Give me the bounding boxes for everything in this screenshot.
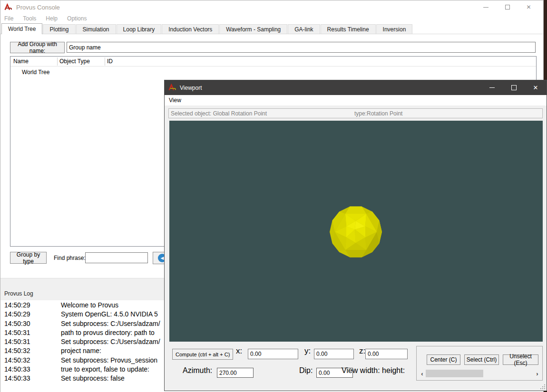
- menu-help[interactable]: Help: [46, 14, 62, 23]
- log-time: 14:50:31: [4, 329, 30, 336]
- menu-options[interactable]: Options: [67, 14, 91, 23]
- viewport-titlebar[interactable]: Viewport ✕: [165, 80, 547, 95]
- scrollbar-track[interactable]: [426, 370, 534, 377]
- tab-simulation[interactable]: Simulation: [76, 24, 116, 34]
- close-button[interactable]: ✕: [525, 80, 547, 95]
- log-message: Set subprocess: C:/Users/adzam/: [61, 338, 160, 345]
- y-input[interactable]: [314, 349, 354, 359]
- horizontal-scrollbar[interactable]: ‹ ›: [419, 370, 541, 377]
- selected-type-label: type:Rotation Point: [354, 110, 402, 117]
- log-message: Welcome to Provus: [61, 301, 118, 309]
- find-phrase-input[interactable]: [85, 252, 148, 263]
- close-button[interactable]: ✕: [518, 0, 539, 14]
- log-message: true to export, false to update:: [61, 365, 149, 373]
- log-message: Set subprocess: C:/Users/adzam/: [61, 320, 160, 327]
- log-time: 14:50:32: [4, 356, 30, 364]
- center-button[interactable]: Center (C): [427, 354, 460, 365]
- log-message: Set subprocess: Provus_session: [61, 356, 157, 364]
- tab-results-timeline[interactable]: Results Timeline: [321, 24, 376, 34]
- column-divider[interactable]: [57, 57, 58, 66]
- main-titlebar[interactable]: Provus Console ✕: [0, 0, 543, 14]
- minimize-icon: [483, 7, 488, 8]
- close-icon: ✕: [526, 4, 531, 10]
- sphere-object[interactable]: [329, 205, 383, 259]
- scroll-right-icon[interactable]: ›: [534, 370, 541, 377]
- log-time: 14:50:33: [4, 374, 30, 382]
- log-message: Set subprocess: false: [61, 374, 125, 382]
- view-width-height-label: View width: height:: [342, 366, 405, 375]
- maximize-button[interactable]: [497, 0, 518, 14]
- find-phrase-label: Find phrase:: [54, 255, 86, 261]
- azimuth-input[interactable]: [217, 368, 254, 378]
- log-time: 14:50:29: [4, 301, 30, 309]
- minimize-icon: [489, 87, 495, 88]
- add-group-button[interactable]: Add Group with name:: [10, 42, 65, 53]
- log-time: 14:50:31: [4, 338, 30, 345]
- tree-header-row: Name Object Type ID: [10, 57, 536, 67]
- y-label: y:: [304, 346, 311, 356]
- menu-file[interactable]: File: [4, 14, 18, 23]
- log-title: Provus Log: [4, 290, 33, 297]
- column-divider[interactable]: [105, 57, 105, 66]
- column-header-object-type[interactable]: Object Type: [59, 58, 90, 65]
- maximize-button[interactable]: [503, 80, 525, 95]
- group-by-type-button[interactable]: Group by type: [10, 252, 47, 264]
- dip-label: Dip:: [299, 366, 313, 375]
- view-controls-groupbox: Center (C) Select (Ctrl) Unselect (Esc) …: [416, 346, 543, 381]
- z-input[interactable]: [365, 349, 408, 359]
- group-name-input[interactable]: [67, 42, 536, 53]
- log-message: project name:: [61, 347, 101, 354]
- z-label: z:: [359, 346, 365, 356]
- log-message: System OpenGL: 4.5.0 NVIDIA 5: [61, 310, 158, 318]
- provus-logo-icon: [4, 3, 12, 11]
- tab-plotting[interactable]: Plotting: [43, 24, 75, 34]
- log-message: path to provus directory: path to: [61, 329, 155, 336]
- tree-item-world-tree[interactable]: World Tree: [22, 69, 49, 76]
- window-title: Viewport: [180, 85, 202, 91]
- tab-waveform-sampling[interactable]: Waveform - Sampling: [219, 24, 287, 34]
- log-time: 14:50:29: [4, 310, 30, 318]
- column-header-id[interactable]: ID: [107, 58, 113, 65]
- column-header-name[interactable]: Name: [13, 58, 29, 65]
- x-label: x:: [236, 346, 242, 356]
- scrollbar-thumb[interactable]: [426, 370, 483, 377]
- main-menubar: File Tools Help Options: [0, 14, 543, 23]
- maximize-icon: [511, 85, 517, 90]
- compute-button[interactable]: Compute (ctrl + alt + C): [172, 349, 233, 360]
- menu-view[interactable]: View: [165, 97, 181, 104]
- minimize-button[interactable]: [481, 80, 503, 95]
- selection-status-bar: Selected object: Global Rotation Point t…: [168, 108, 543, 118]
- tab-ga-link[interactable]: GA-link: [288, 24, 320, 34]
- main-tabbar: World Tree Plotting Simulation Loop Libr…: [0, 23, 543, 34]
- unselect-button[interactable]: Unselect (Esc): [503, 354, 538, 365]
- minimize-button[interactable]: [475, 0, 497, 14]
- window-title: Provus Console: [16, 4, 60, 11]
- selected-object-label: Selected object: Global Rotation Point: [171, 110, 267, 117]
- viewport-menubar: View: [165, 95, 547, 105]
- maximize-icon: [505, 5, 510, 10]
- tab-induction-vectors[interactable]: Induction Vectors: [162, 24, 219, 34]
- select-button[interactable]: Select (Ctrl): [464, 354, 499, 365]
- log-time: 14:50:30: [4, 320, 30, 327]
- x-input[interactable]: [248, 349, 298, 359]
- tab-loop-library[interactable]: Loop Library: [117, 24, 162, 34]
- log-time: 14:50:32: [4, 347, 30, 354]
- 3d-viewport-canvas[interactable]: [169, 121, 543, 342]
- menu-tools[interactable]: Tools: [23, 14, 41, 23]
- tab-inversion[interactable]: Inversion: [376, 24, 413, 34]
- azimuth-label: Azimuth:: [183, 366, 212, 375]
- resize-grip-icon[interactable]: [539, 383, 545, 389]
- tab-world-tree[interactable]: World Tree: [1, 23, 42, 34]
- log-time: 14:50:33: [4, 365, 30, 373]
- provus-logo-icon: [168, 84, 176, 92]
- scroll-left-icon[interactable]: ‹: [419, 370, 426, 377]
- viewport-window: Viewport ✕ View Selected object: Global …: [164, 80, 547, 391]
- close-icon: ✕: [533, 84, 538, 91]
